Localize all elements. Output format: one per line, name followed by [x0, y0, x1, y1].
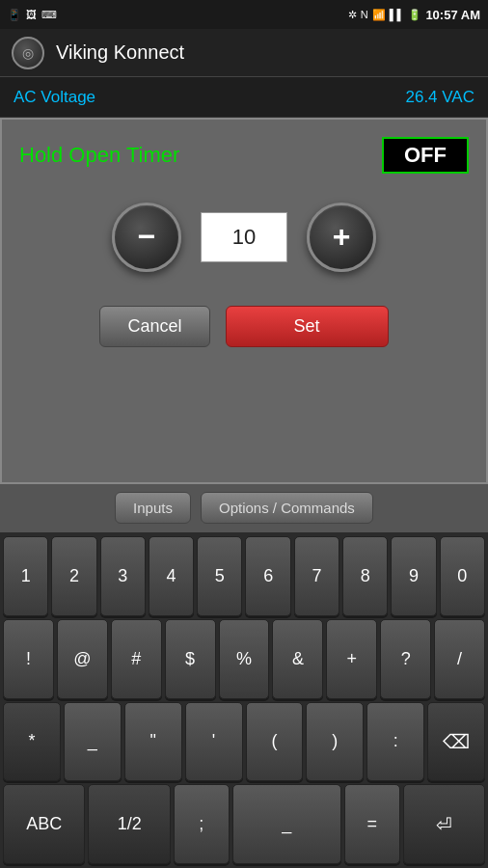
increment-button[interactable]: +: [307, 203, 376, 272]
set-button[interactable]: Set: [226, 306, 389, 347]
key-7[interactable]: 7: [294, 536, 339, 616]
status-icons-left: 📱 🖼 ⌨: [8, 9, 57, 21]
keyboard-row-1: 1 2 3 4 5 6 7 8 9 0: [3, 536, 485, 616]
key-slash[interactable]: /: [434, 619, 485, 699]
key-abc[interactable]: ABC: [3, 784, 85, 864]
key-0[interactable]: 0: [440, 536, 485, 616]
keyboard-row-4: ABC 1/2 ; _ = ⏎: [3, 784, 485, 864]
dialog-status-badge: OFF: [382, 137, 469, 174]
key-exclaim[interactable]: !: [3, 619, 54, 699]
tab-bar: Inputs Options / Commands: [0, 482, 488, 532]
key-half[interactable]: 1/2: [88, 784, 170, 864]
key-ampersand[interactable]: &: [272, 619, 323, 699]
key-6[interactable]: 6: [245, 536, 290, 616]
signal-icon: ▌▌: [390, 9, 405, 20]
photo-icon: 🖼: [26, 9, 37, 20]
status-bar: 📱 🖼 ⌨ ✲ N 📶 ▌▌ 🔋 10:57 AM: [0, 0, 488, 29]
ac-voltage-label: AC Voltage: [14, 88, 95, 107]
keyboard-row-2: ! @ # $ % & + ? /: [3, 619, 485, 699]
tab-options-commands[interactable]: Options / Commands: [201, 492, 373, 524]
dialog-header: Hold Open Timer OFF: [19, 137, 469, 174]
keyboard: 1 2 3 4 5 6 7 8 9 0 ! @ # $ % & + ? / * …: [0, 532, 488, 868]
key-hash[interactable]: #: [111, 619, 162, 699]
cancel-button[interactable]: Cancel: [99, 306, 209, 347]
backspace-key[interactable]: ⌫: [427, 702, 485, 782]
tab-inputs[interactable]: Inputs: [115, 492, 191, 524]
plus-icon: +: [333, 221, 351, 252]
key-singlequote[interactable]: ': [185, 702, 243, 782]
timer-value-display: 10: [201, 212, 287, 262]
key-question[interactable]: ?: [380, 619, 431, 699]
key-plus[interactable]: +: [326, 619, 377, 699]
nfc-icon: N: [361, 9, 368, 20]
key-openparen[interactable]: (: [246, 702, 304, 782]
app-logo: ◎: [12, 37, 44, 69]
key-closeparen[interactable]: ): [306, 702, 364, 782]
key-equals[interactable]: =: [344, 784, 400, 864]
enter-icon: ⏎: [436, 813, 452, 836]
app-title: Viking Konnect: [56, 41, 184, 64]
status-icons-right: ✲ N 📶 ▌▌ 🔋 10:57 AM: [348, 8, 480, 22]
backspace-icon: ⌫: [443, 730, 470, 753]
key-doublequote[interactable]: ": [124, 702, 182, 782]
wifi-icon: 📶: [372, 9, 386, 21]
hold-open-timer-dialog: Hold Open Timer OFF − 10 + Cancel Set: [0, 118, 488, 484]
decrement-button[interactable]: −: [112, 203, 181, 272]
key-semicolon[interactable]: ;: [174, 784, 230, 864]
dialog-controls: − 10 +: [19, 203, 469, 272]
status-time: 10:57 AM: [425, 8, 480, 22]
ac-voltage-row: AC Voltage 26.4 VAC: [0, 77, 488, 118]
key-8[interactable]: 8: [342, 536, 388, 616]
key-colon[interactable]: :: [366, 702, 424, 782]
battery-icon: 🔋: [408, 9, 421, 21]
key-underscore[interactable]: _: [64, 702, 122, 782]
minus-icon: −: [138, 221, 156, 252]
key-4[interactable]: 4: [149, 536, 194, 616]
bluetooth-icon: ✲: [348, 9, 357, 21]
key-1[interactable]: 1: [3, 536, 48, 616]
key-dollar[interactable]: $: [165, 619, 216, 699]
key-9[interactable]: 9: [391, 536, 436, 616]
key-at[interactable]: @: [57, 619, 108, 699]
enter-key[interactable]: ⏎: [403, 784, 485, 864]
sim-icon: 📱: [8, 9, 21, 21]
key-star[interactable]: *: [3, 702, 61, 782]
keyboard-icon: ⌨: [41, 9, 57, 21]
title-bar: ◎ Viking Konnect: [0, 29, 488, 77]
key-5[interactable]: 5: [197, 536, 242, 616]
key-space[interactable]: _: [232, 784, 341, 864]
dialog-action-buttons: Cancel Set: [19, 306, 469, 347]
key-percent[interactable]: %: [219, 619, 270, 699]
key-3[interactable]: 3: [100, 536, 146, 616]
ac-voltage-value: 26.4 VAC: [405, 88, 474, 107]
key-2[interactable]: 2: [51, 536, 96, 616]
dialog-title: Hold Open Timer: [19, 143, 179, 168]
keyboard-row-3: * _ " ' ( ) : ⌫: [3, 702, 485, 782]
